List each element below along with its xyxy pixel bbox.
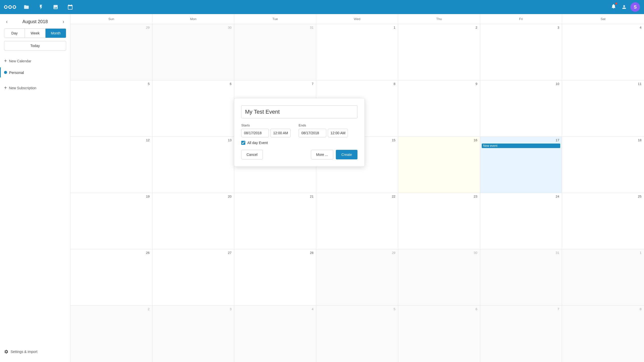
event-title-input[interactable] — [241, 105, 357, 118]
start-date-input[interactable] — [241, 129, 269, 137]
datetime-row: Starts Ends — [241, 123, 357, 137]
starts-fields — [241, 129, 291, 137]
cancel-button[interactable]: Cancel — [241, 150, 263, 159]
ends-group: Ends — [299, 123, 348, 137]
popup-actions-right: More ... Create — [311, 150, 358, 159]
start-time-input[interactable] — [270, 129, 291, 137]
ends-label: Ends — [299, 123, 348, 127]
new-event-popup: Starts Ends All day Event Cancel Mo — [234, 98, 365, 167]
ends-fields — [299, 129, 348, 137]
popup-actions: Cancel More ... Create — [241, 150, 357, 159]
create-button[interactable]: Create — [336, 150, 357, 159]
starts-label: Starts — [241, 123, 291, 127]
popup-overlay: Starts Ends All day Event Cancel Mo — [0, 0, 644, 362]
starts-group: Starts — [241, 123, 291, 137]
end-date-input[interactable] — [299, 129, 326, 137]
allday-label: All day Event — [247, 141, 268, 145]
end-time-input[interactable] — [328, 129, 348, 137]
more-button[interactable]: More ... — [311, 150, 333, 159]
allday-checkbox[interactable] — [241, 141, 245, 145]
allday-row: All day Event — [241, 141, 357, 145]
